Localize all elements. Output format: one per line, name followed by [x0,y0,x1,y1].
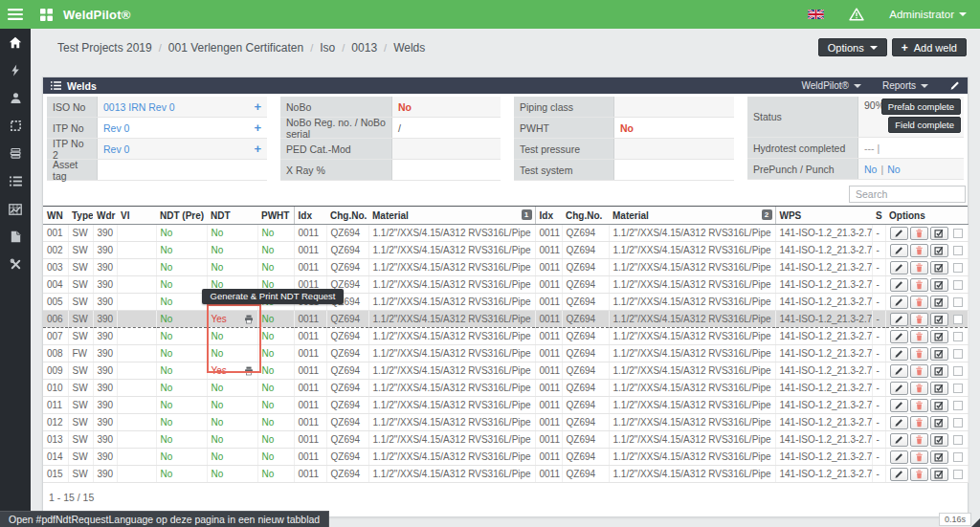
add-plus-icon[interactable]: + [254,121,261,135]
field-link[interactable]: 0013 IRN Rev 0 [103,101,175,113]
edit-button[interactable] [890,296,908,309]
table-row-011[interactable]: 011SW390NoNoNo0011QZ6941.1/2"/XXS/4.15/A… [43,397,968,414]
sidebar-item-banknotes[interactable] [0,140,31,167]
table-row-002[interactable]: 002SW390NoNoNo0011QZ6941.1/2"/XXS/4.15/A… [43,242,968,259]
table-row-001[interactable]: 001SW390NoNoNo0011QZ6941.1/2"/XXS/4.15/A… [43,225,968,242]
edit-button[interactable] [890,433,908,447]
column-header-ndt-pre-[interactable]: NDT (Pre) [156,207,207,225]
table-row-009[interactable]: 009SW390NoYesNo0011QZ6941.1/2"/XXS/4.15/… [43,362,968,380]
reports-menu[interactable]: Reports [882,80,928,91]
hamburger-menu-icon[interactable] [0,9,31,20]
breadcrumb-item[interactable]: Welds [393,41,425,55]
check-button[interactable] [930,244,948,257]
edit-button[interactable] [890,330,908,343]
delete-button[interactable] [910,399,928,412]
column-header-chg-no-[interactable]: Chg.No. [562,207,609,225]
edit-button[interactable] [890,278,908,292]
check-button[interactable] [930,416,948,429]
sidebar-item-tools[interactable] [0,251,31,278]
check-button[interactable] [930,227,948,240]
edit-button[interactable] [890,364,908,378]
table-row-007[interactable]: 007SW390NoNoNo0011QZ6941.1/2"/XXS/4.15/A… [43,328,968,345]
table-row-012[interactable]: 012SW390NoNoNo0011QZ6941.1/2"/XXS/4.15/A… [43,414,968,431]
user-menu[interactable]: Administrator [889,9,967,20]
row-checkbox[interactable] [953,263,963,273]
row-checkbox[interactable] [953,297,963,307]
row-checkbox[interactable] [953,366,963,376]
edit-pencil-icon[interactable] [949,80,960,91]
row-checkbox[interactable] [953,246,963,255]
column-header-idx[interactable]: Idx [294,207,326,225]
column-header-pwht[interactable]: PWHT [257,207,294,225]
row-checkbox[interactable] [953,435,963,445]
row-checkbox[interactable] [953,229,963,238]
field-link[interactable]: No [864,164,877,175]
edit-button[interactable] [890,347,908,361]
row-checkbox[interactable] [953,315,963,324]
edit-button[interactable] [890,261,908,274]
field-link[interactable]: Rev 0 [103,143,129,155]
add-plus-icon[interactable]: + [254,99,261,114]
check-button[interactable] [930,468,948,481]
field-link[interactable]: No [887,164,900,175]
edit-button[interactable] [890,399,908,412]
search-input[interactable] [849,186,966,203]
sidebar-item-document[interactable] [0,223,31,251]
check-button[interactable] [930,261,948,274]
column-header-idx[interactable]: Idx [535,207,562,225]
delete-button[interactable] [910,382,928,395]
delete-button[interactable] [910,347,928,361]
check-button[interactable] [930,313,948,326]
row-checkbox[interactable] [953,384,963,393]
options-button[interactable]: Options [818,38,887,56]
breadcrumb-item[interactable]: 0013 [351,41,377,55]
delete-button[interactable] [910,330,928,343]
column-header-ndt[interactable]: NDT [207,207,257,225]
row-checkbox[interactable] [953,452,963,462]
check-button[interactable] [930,330,948,343]
add-weld-button[interactable]: + Add weld [892,38,967,56]
table-row-014[interactable]: 014SW390NoNoNo0011QZ6941.1/2"/XXS/4.15/A… [43,449,968,466]
table-row-010[interactable]: 010SW390NoNoNo0011QZ6941.1/2"/XXS/4.15/A… [43,380,968,397]
edit-button[interactable] [890,450,908,464]
field-complete-button[interactable]: Field complete [888,117,961,133]
sidebar-item-selection-square[interactable] [0,112,31,140]
row-checkbox[interactable] [953,349,963,359]
table-row-005[interactable]: 005SW390NoNoNo0011QZ6941.1/2"/XXS/4.15/A… [43,294,968,311]
delete-button[interactable] [910,244,928,257]
column-header-wps[interactable]: WPS [775,207,872,225]
edit-button[interactable] [890,416,908,429]
delete-button[interactable] [910,261,928,274]
column-header-vi[interactable]: VI [117,207,156,225]
column-header-material[interactable]: Material1 [368,207,535,225]
table-row-006[interactable]: 006SW390NoYesNo0011QZ6941.1/2"/XXS/4.15/… [43,311,968,328]
column-header-chg-no-[interactable]: Chg.No. [326,207,368,225]
check-button[interactable] [930,450,948,464]
table-row-004[interactable]: 004SW390NoNoNo0011QZ6941.1/2"/XXS/4.15/A… [43,276,968,294]
column-header-wn[interactable]: WN [43,207,68,225]
check-button[interactable] [930,296,948,309]
row-checkbox[interactable] [953,418,963,428]
edit-button[interactable] [890,382,908,395]
check-button[interactable] [930,382,948,395]
breadcrumb-item[interactable]: Iso [320,41,335,55]
delete-button[interactable] [910,433,928,447]
delete-button[interactable] [910,450,928,464]
sidebar-item-bolt[interactable] [0,56,31,84]
column-header-type[interactable]: Type [68,207,93,225]
check-button[interactable] [930,399,948,412]
edit-button[interactable] [890,468,908,481]
column-header-wdr[interactable]: Wdr [93,207,117,225]
table-row-015[interactable]: 015SW390NoNoNo0011QZ6941.1/2"/XXS/4.15/A… [43,466,968,483]
weldpilot-menu[interactable]: WeldPilot® [802,80,861,91]
row-checkbox[interactable] [953,332,963,341]
check-button[interactable] [930,364,948,378]
warning-icon[interactable] [849,8,864,21]
row-checkbox[interactable] [953,401,963,410]
row-checkbox[interactable] [953,470,963,479]
printer-icon[interactable] [244,366,254,376]
breadcrumb-item[interactable]: Test Projects 2019 [57,41,152,55]
column-header-options[interactable]: Options [885,207,968,225]
sidebar-item-chart[interactable] [0,195,31,223]
delete-button[interactable] [910,296,928,309]
